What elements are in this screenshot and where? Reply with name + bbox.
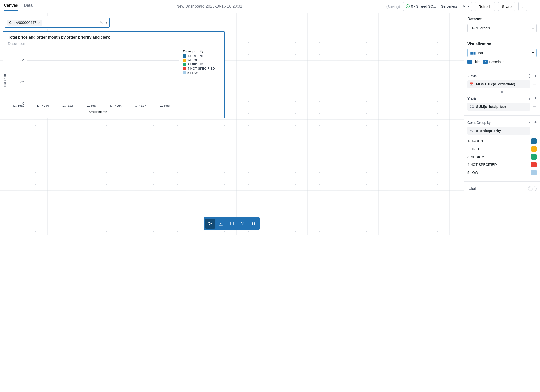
dataset-section-label: Dataset [467, 17, 537, 21]
title-checkbox[interactable]: ✓Title [467, 60, 480, 64]
calendar-icon: 📅 [470, 82, 474, 86]
chart-legend: Order priority 1-URGENT2-HIGH3-MEDIUM4-N… [183, 49, 220, 114]
warehouse-selector[interactable]: 0 - Shared SQ... Serverless M ▾ [403, 2, 472, 11]
x-axis-label: Order month [17, 110, 179, 114]
expand-button[interactable]: ⌄ [518, 2, 527, 11]
chevron-down-icon: ▾ [532, 51, 534, 55]
saving-status: (Saving) [386, 4, 400, 9]
legend-item: 1-URGENT [183, 54, 220, 58]
visualization-select[interactable]: ▮▮▮Bar ▾ [467, 49, 537, 57]
visualization-section-label: Visualization [467, 42, 537, 46]
tab-data[interactable]: Data [24, 2, 33, 11]
config-panel: Dataset TPCH orders ▾ Visualization ▮▮▮B… [464, 13, 540, 235]
y-axis-field[interactable]: 1.2 SUM(o_totalprice) [467, 103, 530, 111]
color-legend-item[interactable]: 3-MEDIUM [467, 153, 537, 161]
share-button[interactable]: Share [498, 2, 515, 11]
chevron-down-icon: ⌄ [521, 4, 524, 8]
labels-toggle[interactable] [528, 186, 537, 191]
x-axis-section-label: X axis [467, 74, 477, 78]
chevron-down-icon: ▾ [467, 4, 469, 8]
check-icon [406, 4, 410, 8]
filter-widget[interactable]: Clerk#000002117 ✕ ⓧ ▾ [3, 16, 111, 29]
main-tabs: Canvas Data [4, 2, 33, 11]
x-tick-label: Jan 1998 [158, 105, 170, 108]
string-icon: AB [470, 129, 474, 133]
color-legend-item[interactable]: 4-NOT SPECIFIED [467, 161, 537, 169]
legend-item: 4-NOT SPECIFIED [183, 67, 220, 70]
labels-section-label: Labels [467, 187, 477, 191]
text-tool[interactable] [227, 219, 237, 229]
filter-tool[interactable] [238, 219, 248, 229]
tab-canvas[interactable]: Canvas [4, 2, 18, 11]
chip-remove-icon[interactable]: ✕ [38, 21, 40, 24]
parameter-tool[interactable] [249, 219, 258, 229]
swap-axes-icon[interactable]: ⇅ [467, 90, 537, 94]
clear-icon[interactable]: ⓧ [100, 20, 103, 25]
chart-title[interactable]: Total price and order month by order pri… [8, 35, 220, 40]
legend-item: 2-HIGH [183, 58, 220, 62]
y-axis-label: Total price [3, 74, 7, 89]
color-by-section-label: Color/Group by [467, 121, 491, 125]
y-axis-section-label: Y axis [467, 97, 477, 100]
remove-field-icon[interactable]: − [532, 104, 537, 110]
dataset-select[interactable]: TPCH orders ▾ [467, 24, 537, 32]
number-icon: 1.2 [470, 105, 474, 108]
cursor-tool[interactable] [205, 219, 215, 229]
bar-chart-icon: ▮▮▮ [470, 51, 476, 55]
x-tick-label: Jan 1994 [61, 105, 73, 108]
header: Canvas Data New Dashboard 2023-10-16 16:… [0, 0, 540, 13]
plus-icon[interactable]: + [534, 74, 537, 78]
x-tick-label: Jan 1995 [85, 105, 97, 108]
x-axis-field[interactable]: 📅 MONTHLY(o_orderdate) [467, 80, 530, 88]
legend-item: 5-LOW [183, 71, 220, 75]
dashboard-title[interactable]: New Dashboard 2023-10-16 16:20:01 [35, 4, 383, 9]
chart-widget[interactable]: Total price and order month by order pri… [3, 31, 225, 118]
color-legend-item[interactable]: 1-URGENT [467, 137, 537, 145]
remove-field-icon[interactable]: − [532, 128, 537, 134]
chart-description[interactable]: Description [8, 42, 220, 46]
x-tick-label: Jan 1996 [109, 105, 121, 108]
color-legend-item[interactable]: 5-LOW [467, 169, 537, 177]
refresh-button[interactable]: Refresh [475, 2, 495, 11]
kebab-menu[interactable]: ⋮ [530, 4, 536, 8]
plus-icon[interactable]: + [534, 96, 537, 101]
x-tick-label: Jan 1992 [12, 105, 24, 108]
plus-icon[interactable]: + [534, 120, 537, 125]
x-tick-label: Jan 1997 [134, 105, 146, 108]
chart-tool[interactable] [216, 219, 226, 229]
remove-field-icon[interactable]: − [532, 82, 537, 87]
chevron-down-icon: ▾ [532, 26, 534, 30]
kebab-icon[interactable]: ⋮ [527, 120, 531, 125]
legend-item: 3-MEDIUM [183, 63, 220, 66]
kebab-icon[interactable]: ⋮ [527, 96, 531, 101]
canvas-toolbar [204, 217, 260, 230]
color-legend-item[interactable]: 2-HIGH [467, 145, 537, 153]
description-checkbox[interactable]: ✓Description [483, 60, 506, 64]
canvas-area[interactable]: Clerk#000002117 ✕ ⓧ ▾ Total price and or… [0, 13, 464, 235]
kebab-icon[interactable]: ⋮ [527, 74, 531, 78]
chart-bars [27, 49, 179, 104]
chevron-down-icon[interactable]: ▾ [106, 21, 107, 24]
color-field[interactable]: AB o_orderpriority [467, 127, 530, 135]
filter-chip[interactable]: Clerk#000002117 ✕ [7, 20, 42, 26]
x-tick-label: Jan 1993 [36, 105, 49, 108]
